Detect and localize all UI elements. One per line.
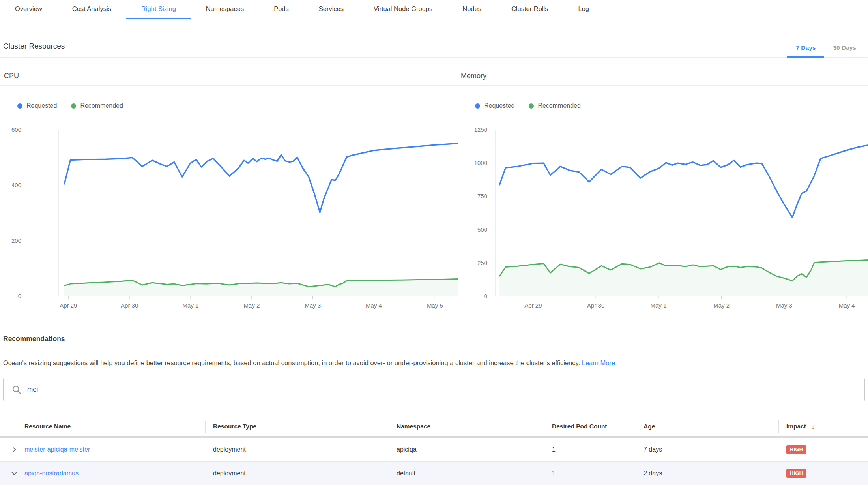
cpu-chart-title: CPU <box>0 58 458 86</box>
svg-text:May 2: May 2 <box>713 302 730 309</box>
search-icon <box>11 385 22 395</box>
requested-legend-dot <box>475 103 480 109</box>
column-header-desired-pod-count[interactable]: Desired Pod Count <box>544 423 636 430</box>
svg-text:600: 600 <box>11 126 21 133</box>
memory-chart-panel: Memory Requested Recommended 12501000750… <box>458 58 868 315</box>
tab-overview[interactable]: Overview <box>0 0 57 19</box>
svg-text:0: 0 <box>484 293 487 299</box>
chevron-right-icon[interactable] <box>11 446 17 453</box>
desired-pod-count-cell: 1 <box>544 470 636 477</box>
svg-text:Apr 29: Apr 29 <box>524 302 542 309</box>
svg-text:May 4: May 4 <box>839 302 855 309</box>
svg-text:May 3: May 3 <box>305 302 321 309</box>
column-header-age[interactable]: Age <box>636 423 778 430</box>
cpu-chart-panel: CPU Requested Recommended 6004002000Apr … <box>0 58 458 315</box>
svg-text:May 1: May 1 <box>650 302 666 309</box>
tab-virtual-node-groups[interactable]: Virtual Node Groups <box>359 0 447 19</box>
impact-badge: HIGH <box>786 469 806 478</box>
svg-text:500: 500 <box>477 226 487 233</box>
svg-text:May 4: May 4 <box>366 302 382 309</box>
svg-text:May 1: May 1 <box>183 302 199 309</box>
chevron-down-icon[interactable] <box>11 470 17 476</box>
recommended-legend-dot <box>529 103 534 109</box>
cpu-line-chart: 6004002000Apr 29Apr 30May 1May 2May 3May… <box>4 112 458 315</box>
legend-item-requested: Requested <box>475 102 514 109</box>
requested-legend-dot <box>17 103 22 109</box>
sort-descending-icon[interactable]: ↓ <box>811 422 815 431</box>
memory-line-chart: 125010007505002500Apr 29Apr 30May 1May 2… <box>458 112 868 315</box>
column-header-impact[interactable]: Impact ↓ <box>778 422 868 431</box>
search-input[interactable] <box>27 386 864 394</box>
search-box <box>3 378 865 401</box>
svg-text:May 3: May 3 <box>776 302 792 309</box>
impact-badge: HIGH <box>786 445 806 454</box>
range-7-days[interactable]: 7 Days <box>787 44 824 58</box>
resource-type-cell: deployment <box>205 470 389 477</box>
svg-text:Apr 30: Apr 30 <box>121 302 138 309</box>
tab-namespaces[interactable]: Namespaces <box>191 0 259 19</box>
tab-bar: Overview Cost Analysis Right Sizing Name… <box>0 0 868 19</box>
legend-item-recommended: Recommended <box>71 102 123 109</box>
legend-label: Requested <box>26 102 57 109</box>
tab-cluster-rolls[interactable]: Cluster Rolls <box>496 0 563 19</box>
column-header-resource-name[interactable]: Resource Name <box>0 423 205 430</box>
tab-log[interactable]: Log <box>563 0 604 19</box>
svg-text:1000: 1000 <box>474 159 487 166</box>
svg-text:0: 0 <box>18 293 21 299</box>
svg-text:200: 200 <box>11 237 21 244</box>
age-cell: 2 days <box>636 470 778 477</box>
table-row[interactable]: apiqa-nostradamus deployment default 1 2… <box>0 461 868 485</box>
svg-text:750: 750 <box>477 193 487 199</box>
svg-text:400: 400 <box>11 182 21 188</box>
cpu-chart-legend: Requested Recommended <box>17 101 458 110</box>
tab-right-sizing[interactable]: Right Sizing <box>126 0 191 19</box>
tab-nodes[interactable]: Nodes <box>447 0 496 19</box>
recommendations-title: Recommendations <box>0 315 868 343</box>
impact-header-label: Impact <box>786 423 806 430</box>
cluster-resources-title: Cluster Resources <box>3 19 65 57</box>
column-header-namespace[interactable]: Namespace <box>389 423 544 430</box>
svg-text:Apr 30: Apr 30 <box>587 302 604 309</box>
recommendations-description-text: Ocean's resizing suggestions will help y… <box>3 359 580 366</box>
memory-chart-legend: Requested Recommended <box>475 101 868 110</box>
time-range-toggle: 7 Days 30 Days <box>787 44 865 57</box>
legend-label: Recommended <box>538 102 581 109</box>
svg-text:1250: 1250 <box>474 126 487 133</box>
svg-text:May 2: May 2 <box>243 302 260 309</box>
table-header: Resource Name Resource Type Namespace De… <box>0 416 868 436</box>
range-30-days[interactable]: 30 Days <box>824 44 865 58</box>
resource-name-link[interactable]: meister-apiciqa-meister <box>24 446 90 453</box>
svg-text:250: 250 <box>477 259 487 266</box>
tab-pods[interactable]: Pods <box>259 0 304 19</box>
recommended-legend-dot <box>71 103 76 109</box>
legend-label: Recommended <box>80 102 123 109</box>
memory-chart-title: Memory <box>458 58 868 86</box>
svg-text:Apr 29: Apr 29 <box>60 302 77 309</box>
cluster-resources-header: Cluster Resources 7 Days 30 Days <box>0 19 868 58</box>
charts-row: CPU Requested Recommended 6004002000Apr … <box>0 58 868 315</box>
legend-item-requested: Requested <box>17 102 57 109</box>
legend-item-recommended: Recommended <box>529 102 581 109</box>
table-row[interactable]: meister-apiciqa-meister deployment apici… <box>0 438 868 461</box>
tab-services[interactable]: Services <box>304 0 359 19</box>
svg-text:May 5: May 5 <box>427 302 443 309</box>
recommendations-table: Resource Name Resource Type Namespace De… <box>0 416 868 485</box>
resource-type-cell: deployment <box>205 446 389 453</box>
namespace-cell: apiciqa <box>389 446 544 453</box>
column-header-resource-type[interactable]: Resource Type <box>205 423 389 430</box>
resource-name-link[interactable]: apiqa-nostradamus <box>24 470 79 477</box>
tab-cost-analysis[interactable]: Cost Analysis <box>57 0 126 19</box>
desired-pod-count-cell: 1 <box>544 446 636 453</box>
legend-label: Requested <box>484 102 514 109</box>
namespace-cell: default <box>389 470 544 477</box>
age-cell: 7 days <box>636 446 778 453</box>
recommendations-description: Ocean's resizing suggestions will help y… <box>0 350 868 367</box>
learn-more-link[interactable]: Learn More <box>582 359 615 366</box>
